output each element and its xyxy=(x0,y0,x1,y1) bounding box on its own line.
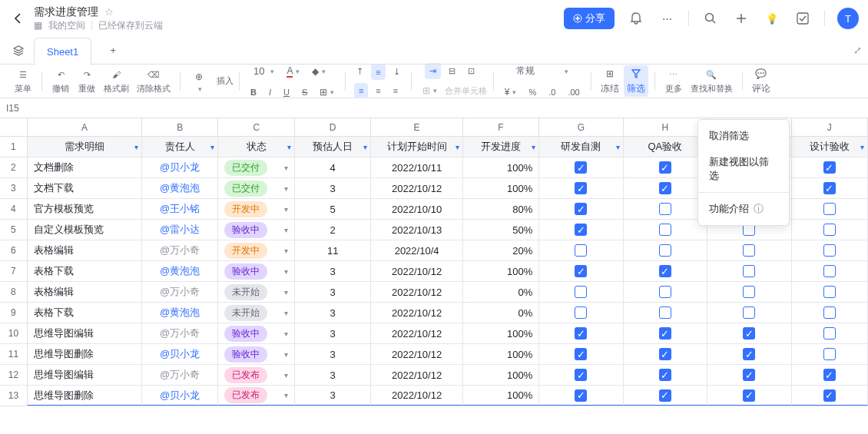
row-header[interactable]: 12 xyxy=(0,365,28,385)
row-header[interactable]: 13 xyxy=(0,386,28,406)
checkbox-icon[interactable] xyxy=(823,286,836,298)
cell-req[interactable]: 表格编辑 xyxy=(28,282,142,302)
cell-check[interactable]: ✓ xyxy=(792,178,868,198)
checkbox-icon[interactable] xyxy=(743,306,755,319)
underline-button[interactable]: U xyxy=(279,84,294,101)
cell-date[interactable]: 2022/10/11 xyxy=(371,157,462,177)
doc-title[interactable]: 需求进度管理 xyxy=(34,5,98,19)
cell-owner[interactable]: @万小奇 xyxy=(142,323,218,343)
checkbox-icon[interactable]: ✓ xyxy=(659,161,671,174)
checkbox-icon[interactable]: ✓ xyxy=(743,389,755,402)
cell-check[interactable]: ✓ xyxy=(624,344,707,364)
checkbox-icon[interactable]: ✓ xyxy=(575,348,587,360)
cell-date[interactable]: 2022/10/12 xyxy=(371,386,462,406)
cell-owner[interactable]: @万小奇 xyxy=(142,240,218,260)
more-icon[interactable]: ⋯ xyxy=(658,9,676,28)
decimal-inc-button[interactable]: .00 xyxy=(563,84,584,101)
cell-status[interactable]: 验收中▾ xyxy=(218,323,294,343)
cell-check[interactable]: ✓ xyxy=(539,157,623,177)
col-header[interactable]: A xyxy=(28,118,142,136)
checkbox-icon[interactable]: ✓ xyxy=(575,182,587,194)
new-view-filter-item[interactable]: 新建视图以筛选 xyxy=(698,149,789,189)
cell-owner[interactable]: @黄泡泡 xyxy=(142,261,218,281)
cell-req[interactable]: 表格下载 xyxy=(28,261,142,281)
mention[interactable]: @万小奇 xyxy=(160,326,200,340)
row-header[interactable]: 7 xyxy=(0,261,28,281)
filter-icon[interactable]: ▾ xyxy=(210,143,214,151)
checkbox-icon[interactable]: ✓ xyxy=(823,161,836,174)
checkbox-icon[interactable] xyxy=(823,348,836,360)
checkbox-icon[interactable]: ✓ xyxy=(575,369,587,381)
cell-progress[interactable]: 100% xyxy=(463,261,539,281)
plus-icon[interactable] xyxy=(732,9,750,28)
checkbox-icon[interactable]: ✓ xyxy=(823,389,836,402)
menu-button[interactable]: ☰菜单 xyxy=(11,66,35,96)
checkbox-icon[interactable]: ✓ xyxy=(743,348,755,360)
cell-progress[interactable]: 80% xyxy=(463,199,539,219)
checkbox-icon[interactable] xyxy=(823,224,836,236)
cell-progress[interactable]: 0% xyxy=(463,282,539,302)
checkbox-icon[interactable]: ✓ xyxy=(659,182,671,194)
cell-check[interactable] xyxy=(792,323,868,343)
cell-req[interactable]: 思维导图编辑 xyxy=(28,323,142,343)
row-header[interactable]: 6 xyxy=(0,240,28,260)
row-header[interactable]: 2 xyxy=(0,157,28,177)
cell-req[interactable]: 自定义模板预览 xyxy=(28,220,142,240)
wrap-wrap-button[interactable]: ⊡ xyxy=(463,63,479,79)
cell-check[interactable] xyxy=(539,303,623,323)
checkbox-icon[interactable] xyxy=(823,265,836,277)
cell-status[interactable]: 验收中▾ xyxy=(218,220,294,240)
cell-check[interactable]: ✓ xyxy=(624,261,707,281)
cell-owner[interactable]: @雷小达 xyxy=(142,220,218,240)
row-header[interactable]: 1 xyxy=(0,137,28,157)
cell-date[interactable]: 2022/10/12 xyxy=(371,323,462,343)
checkbox-icon[interactable]: ✓ xyxy=(743,327,755,340)
cell-check[interactable]: ✓ xyxy=(539,344,623,364)
cell-check[interactable] xyxy=(624,220,707,240)
cell-days[interactable]: 2 xyxy=(295,220,371,240)
wrap-overflow-button[interactable]: ⇥ xyxy=(425,63,441,79)
more-button[interactable]: ⋯更多 xyxy=(661,66,686,96)
mention[interactable]: @黄泡泡 xyxy=(160,181,200,195)
cancel-filter-item[interactable]: 取消筛选 xyxy=(698,123,789,149)
cell-check[interactable]: ✓ xyxy=(539,178,623,198)
checkbox-icon[interactable] xyxy=(743,244,755,257)
cell-date[interactable]: 2022/10/12 xyxy=(371,303,462,323)
cell-status[interactable]: 验收中▾ xyxy=(218,344,294,364)
cell-check[interactable]: ✓ xyxy=(624,365,707,385)
checkbox-icon[interactable]: ✓ xyxy=(575,265,587,277)
cell-req[interactable]: 思维导图删除 xyxy=(28,344,142,364)
fill-color-button[interactable]: ◆▾ xyxy=(307,62,330,81)
undo-button[interactable]: ↶撤销 xyxy=(48,66,73,96)
cell-days[interactable]: 5 xyxy=(295,199,371,219)
cell-req[interactable]: 表格编辑 xyxy=(28,240,142,260)
cell-status[interactable]: 验收中▾ xyxy=(218,261,294,281)
cell-check[interactable]: ✓ xyxy=(624,157,707,177)
cell-status[interactable]: 已交付▾ xyxy=(218,157,294,177)
cell-req[interactable]: 官方模板预览 xyxy=(28,199,142,219)
mention[interactable]: @贝小龙 xyxy=(160,161,200,174)
filter-icon[interactable]: ▾ xyxy=(287,143,291,151)
cell-check[interactable]: ✓ xyxy=(792,157,868,177)
cell-owner[interactable]: @贝小龙 xyxy=(142,386,218,406)
avatar[interactable]: T xyxy=(837,8,859,29)
col-header[interactable]: J xyxy=(792,118,868,136)
mention[interactable]: @万小奇 xyxy=(160,244,200,257)
italic-button[interactable]: I xyxy=(264,84,276,101)
halign-left-button[interactable]: ≡ xyxy=(354,83,368,98)
redo-button[interactable]: ↷重做 xyxy=(75,66,99,96)
filter-icon[interactable]: ▾ xyxy=(134,143,138,151)
search-icon[interactable] xyxy=(701,9,720,28)
bold-button[interactable]: B xyxy=(246,84,261,101)
filter-icon[interactable]: ▾ xyxy=(860,143,864,151)
checkbox-icon[interactable] xyxy=(575,244,587,257)
checkbox-icon[interactable] xyxy=(743,265,755,277)
folder-name[interactable]: 我的空间 xyxy=(48,19,85,32)
cell-owner[interactable]: @贝小龙 xyxy=(142,344,218,364)
chevron-down-icon[interactable]: ▾ xyxy=(284,184,288,193)
cell-status[interactable]: 未开始▾ xyxy=(218,282,294,302)
checkbox-icon[interactable] xyxy=(793,9,812,28)
col-header[interactable]: F xyxy=(463,118,539,136)
checkbox-icon[interactable] xyxy=(823,244,836,257)
find-replace-button[interactable]: 🔍查找和替换 xyxy=(687,66,736,96)
